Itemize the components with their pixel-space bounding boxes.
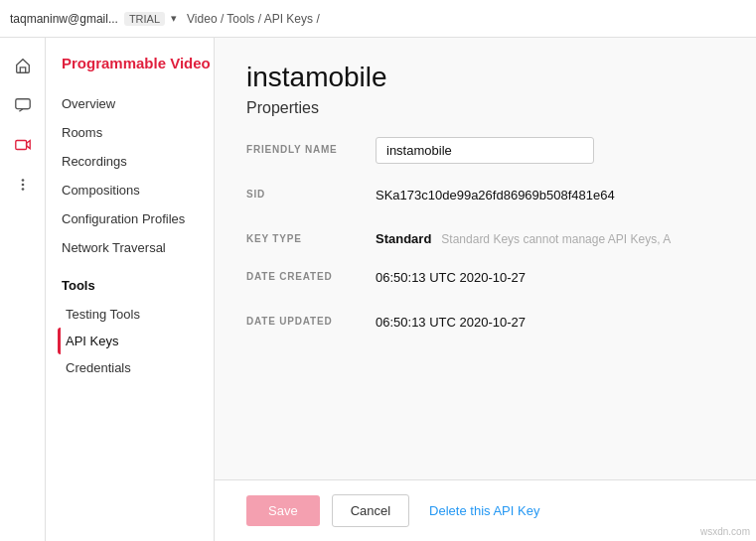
account-label[interactable]: taqmaninw@gmail... <box>10 12 118 26</box>
date-created-value: 06:50:13 UTC 2020-10-27 <box>376 264 724 291</box>
sidebar-item-overview[interactable]: Overview <box>62 89 214 118</box>
friendly-name-row: FRIENDLY NAME <box>246 137 724 164</box>
friendly-name-value <box>376 137 724 164</box>
svg-point-4 <box>21 188 24 191</box>
date-updated-text: 06:50:13 UTC 2020-10-27 <box>376 309 724 336</box>
home-icon[interactable] <box>5 48 41 83</box>
action-bar: Save Cancel Delete this API Key <box>215 479 756 541</box>
key-type-value: Standard Standard Keys cannot manage API… <box>376 226 724 246</box>
friendly-name-label: FRIENDLY NAME <box>246 137 376 155</box>
sid-value: SKa173c10de99a26fd86969b508f481e64 <box>376 182 724 208</box>
key-type-standard: Standard <box>376 231 431 246</box>
watermark: wsxdn.com <box>700 526 750 537</box>
account-chevron-icon[interactable]: ▾ <box>171 12 177 25</box>
video-icon[interactable] <box>5 127 41 163</box>
date-updated-row: DATE UPDATED 06:50:13 UTC 2020-10-27 <box>246 309 724 336</box>
main-content: instamobile Properties FRIENDLY NAME SID… <box>215 38 756 541</box>
sidebar-item-credentials[interactable]: Credentials <box>58 354 214 381</box>
delete-button[interactable]: Delete this API Key <box>429 495 539 526</box>
tools-section-title: Tools <box>62 274 214 297</box>
svg-rect-0 <box>15 99 29 109</box>
icon-sidebar <box>0 38 46 541</box>
chat-icon[interactable] <box>5 87 41 123</box>
sidebar-item-recordings[interactable]: Recordings <box>62 147 214 176</box>
sid-row: SID SKa173c10de99a26fd86969b508f481e64 <box>246 182 724 208</box>
key-type-note: Standard Keys cannot manage API Keys, A <box>441 232 671 246</box>
sid-text: SKa173c10de99a26fd86969b508f481e64 <box>376 182 724 208</box>
sidebar-item-configuration-profiles[interactable]: Configuration Profiles <box>62 204 214 233</box>
cancel-button[interactable]: Cancel <box>332 494 409 527</box>
date-created-text: 06:50:13 UTC 2020-10-27 <box>376 264 724 291</box>
sidebar-item-api-keys[interactable]: API Keys <box>58 328 214 354</box>
sidebar-item-network-traversal[interactable]: Network Traversal <box>62 233 214 262</box>
date-updated-value: 06:50:13 UTC 2020-10-27 <box>376 309 724 336</box>
svg-rect-1 <box>15 141 26 150</box>
key-type-row: KEY TYPE Standard Standard Keys cannot m… <box>246 226 724 246</box>
breadcrumb: Video / Tools / API Keys / <box>187 12 320 26</box>
svg-point-2 <box>21 179 24 182</box>
sidebar-item-testing-tools[interactable]: Testing Tools <box>58 301 214 328</box>
date-updated-label: DATE UPDATED <box>246 309 376 327</box>
nav-sidebar: Programmable Video Overview Rooms Record… <box>46 38 215 541</box>
trial-badge: TRIAL <box>124 12 165 26</box>
section-title: Properties <box>246 99 724 117</box>
topbar: taqmaninw@gmail... TRIAL ▾ Video / Tools… <box>0 0 756 38</box>
sidebar-item-rooms[interactable]: Rooms <box>62 118 214 147</box>
svg-point-3 <box>21 184 24 187</box>
page-title: instamobile <box>246 62 724 93</box>
nav-sidebar-title: Programmable Video <box>62 54 214 73</box>
sid-label: SID <box>246 182 376 200</box>
date-created-label: DATE CREATED <box>246 264 376 282</box>
key-type-label: KEY TYPE <box>246 226 376 244</box>
more-icon[interactable] <box>5 167 41 203</box>
save-button[interactable]: Save <box>246 495 320 526</box>
date-created-row: DATE CREATED 06:50:13 UTC 2020-10-27 <box>246 264 724 291</box>
sidebar-item-compositions[interactable]: Compositions <box>62 176 214 204</box>
friendly-name-input[interactable] <box>376 137 594 164</box>
